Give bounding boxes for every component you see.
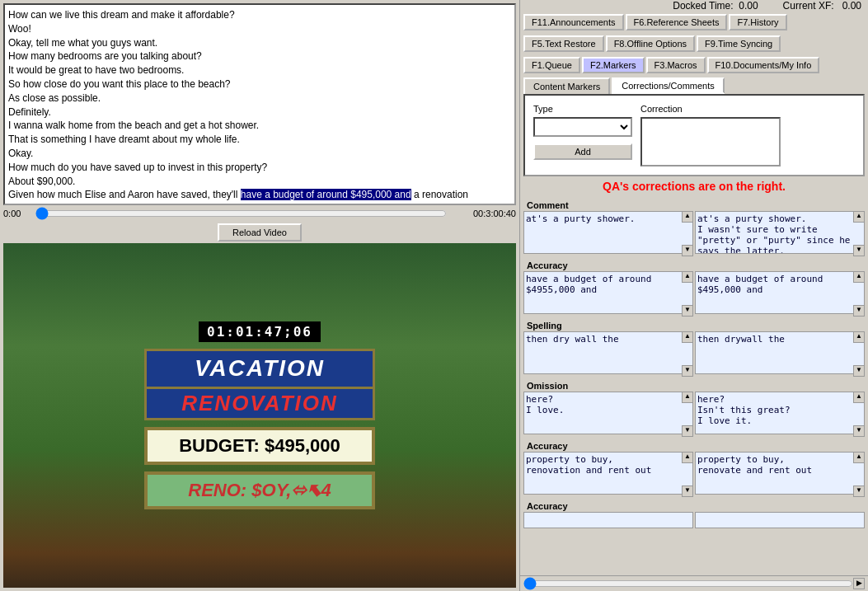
transcript-line: Okay, tell me what you guys want. <box>8 36 511 50</box>
f10-button[interactable]: F10.Documents/My Info <box>707 57 820 73</box>
scroll-down-omit-l[interactable]: ▼ <box>682 425 693 437</box>
correction-comment: Comment at's a purty shower. ▲ ▼ at's a … <box>523 199 865 256</box>
correction-omission-label: Omission <box>523 380 865 392</box>
time-bar: 0:00 00:3:00:40 <box>0 205 519 222</box>
correction-comment-pair: at's a purty shower. ▲ ▼ at's a purty sh… <box>523 211 865 256</box>
transcript-line: How many bedrooms are you talking about? <box>8 49 511 63</box>
scroll-right-arrow[interactable]: ▶ <box>853 578 865 589</box>
correction-accuracy-1-pair: have a budget of around $4955,000 and ▲ … <box>523 271 865 317</box>
transcript-line: I wanna walk home from the beach and get… <box>8 119 511 133</box>
scroll-down-arrow[interactable]: ▼ <box>682 245 693 256</box>
tab-content-markers[interactable]: Content Markers <box>523 77 610 94</box>
correction-comment-right[interactable]: at's a purty shower. I wasn't sure to wr… <box>695 211 865 254</box>
f11-button[interactable]: F11.Announcements <box>523 14 624 30</box>
scroll-down-acc2-r[interactable]: ▼ <box>853 485 865 497</box>
transcript-line: Definitely. <box>8 106 511 120</box>
correction-accuracy-2-left[interactable]: property to buy, renovation and rent out <box>523 452 693 495</box>
video-timecode: 01:01:47;06 <box>199 321 321 342</box>
right-panel: Docked Time: 0.00 Current XF: 0.00 F11.A… <box>519 0 868 591</box>
correction-accuracy-1-label: Accuracy <box>523 260 865 271</box>
f2-button[interactable]: F2.Markers <box>582 57 645 73</box>
scroll-down-omit-r[interactable]: ▼ <box>853 425 865 437</box>
correction-accuracy-1-right[interactable]: have a budget of around $495,000 and <box>695 271 865 314</box>
transcript-line: Given how much Elise and Aaron have save… <box>8 188 511 202</box>
correction-spelling-pair: then dry wall the ▲ ▼ then drywall the ▲… <box>523 331 865 377</box>
scroll-down-arrow-r[interactable]: ▼ <box>853 245 865 256</box>
tabs-row: Content Markers Corrections/Comments <box>520 76 868 94</box>
correction-label: Correction <box>640 104 781 114</box>
correction-accuracy-3-left-box <box>523 512 693 531</box>
scroll-up-spell-l[interactable]: ▲ <box>682 331 693 343</box>
corrections-list: Comment at's a purty shower. ▲ ▼ at's a … <box>520 196 868 575</box>
correction-comment-left[interactable]: at's a purty shower. <box>523 211 693 254</box>
correction-accuracy-1-right-box: have a budget of around $495,000 and ▲ ▼ <box>695 271 865 317</box>
f1-button[interactable]: F1.Queue <box>523 57 580 73</box>
correction-omission-right[interactable]: here? Isn't this great? I love it. <box>695 392 865 434</box>
scroll-down-spell-r[interactable]: ▼ <box>853 365 865 377</box>
correction-accuracy-3-right[interactable] <box>695 512 865 528</box>
correction-spelling: Spelling then dry wall the ▲ ▼ then dryw… <box>523 320 865 377</box>
scroll-up-acc2-l[interactable]: ▲ <box>682 452 693 463</box>
horizontal-scrollbar[interactable] <box>523 578 853 589</box>
sign-budget: BUDGET: $495,000 <box>144 427 375 465</box>
bottom-scrollbar: ▶ <box>520 575 868 591</box>
f8-button[interactable]: F8.Offline Options <box>606 35 695 52</box>
type-col: Type Add <box>533 104 632 160</box>
correction-accuracy-3-label: Accuracy <box>523 500 865 512</box>
time-slider[interactable] <box>35 207 447 220</box>
tab-corrections-comments[interactable]: Corrections/Comments <box>612 77 724 94</box>
scroll-up-spell-r[interactable]: ▲ <box>853 331 865 343</box>
transcript-line: As close as possible. <box>8 91 511 106</box>
scroll-up-acc1-r[interactable]: ▲ <box>853 271 865 283</box>
correction-spelling-left-box: then dry wall the ▲ ▼ <box>523 331 693 377</box>
correction-omission-left[interactable]: here? I love. <box>523 392 693 434</box>
correction-accuracy-2-right[interactable]: property to buy, renovate and rent out <box>695 452 865 495</box>
left-panel: How can we live this dream and make it a… <box>0 0 519 591</box>
type-select[interactable] <box>533 117 632 137</box>
correction-accuracy-2-right-box: property to buy, renovate and rent out ▲… <box>695 452 865 497</box>
scroll-up-acc1-l[interactable]: ▲ <box>682 271 693 283</box>
transcript-line: Woo! <box>8 22 511 36</box>
docked-time-label: Docked Time: 0.00 <box>673 0 758 12</box>
scroll-up-omit-r[interactable]: ▲ <box>853 392 865 403</box>
transcript-line: How much do you have saved up to invest … <box>8 161 511 175</box>
f6-button[interactable]: F6.Reference Sheets <box>626 14 728 30</box>
reload-video-button[interactable]: Reload Video <box>218 223 302 242</box>
transcript-line: How can we live this dream and make it a… <box>8 8 511 22</box>
sign-vacation: VACATION <box>144 349 375 389</box>
f7-button[interactable]: F7.History <box>729 14 786 30</box>
scroll-up-arrow-r[interactable]: ▲ <box>853 211 865 223</box>
correction-accuracy-3-left[interactable] <box>523 512 693 528</box>
scroll-down-acc2-l[interactable]: ▼ <box>682 485 693 497</box>
add-button[interactable]: Add <box>533 143 632 160</box>
scroll-up-acc2-r[interactable]: ▲ <box>853 452 865 463</box>
sign-renovation: RENOVATION <box>144 389 375 420</box>
type-label: Type <box>533 104 632 114</box>
correction-omission-pair: here? I love. ▲ ▼ here? Isn't this great… <box>523 392 865 437</box>
correction-accuracy-3-pair <box>523 512 865 531</box>
correction-omission-right-box: here? Isn't this great? I love it. ▲ ▼ <box>695 392 865 437</box>
f5-button[interactable]: F5.Text Restore <box>523 35 604 52</box>
correction-spelling-left[interactable]: then dry wall the <box>523 331 693 374</box>
correction-accuracy-3: Accuracy <box>523 500 865 531</box>
toolbar-row-3: F1.Queue F2.Markers F3.Macros F10.Docume… <box>520 54 868 76</box>
f3-button[interactable]: F3.Macros <box>646 57 706 73</box>
toolbar-row-2: F5.Text Restore F8.Offline Options F9.Ti… <box>520 33 868 54</box>
correction-accuracy-1-left[interactable]: have a budget of around $4955,000 and <box>523 271 693 314</box>
scroll-down-acc1-r[interactable]: ▼ <box>853 305 865 317</box>
correction-textarea[interactable] <box>640 117 781 167</box>
scroll-down-spell-l[interactable]: ▼ <box>682 365 693 377</box>
correction-spelling-right[interactable]: then drywall the <box>695 331 865 374</box>
sign-reno: RENO: $OY,⬄⬉4 <box>144 471 375 509</box>
markers-form: Type Add Correction <box>523 94 865 176</box>
correction-comment-right-box: at's a purty shower. I wasn't sure to wr… <box>695 211 865 256</box>
video-area: 01:01:47;06 VACATION RENOVATION BUDGET: … <box>3 243 516 588</box>
scroll-up-omit-l[interactable]: ▲ <box>682 392 693 403</box>
f9-button[interactable]: F9.Time Syncing <box>697 35 781 52</box>
transcript-line: That is something I have dreamt about my… <box>8 133 511 147</box>
scroll-up-arrow[interactable]: ▲ <box>682 211 693 223</box>
scroll-down-acc1-l[interactable]: ▼ <box>682 305 693 317</box>
transcript-area[interactable]: How can we live this dream and make it a… <box>3 3 516 205</box>
correction-accuracy-1-left-box: have a budget of around $4955,000 and ▲ … <box>523 271 693 317</box>
time-end: 00:3:00:40 <box>450 209 516 218</box>
